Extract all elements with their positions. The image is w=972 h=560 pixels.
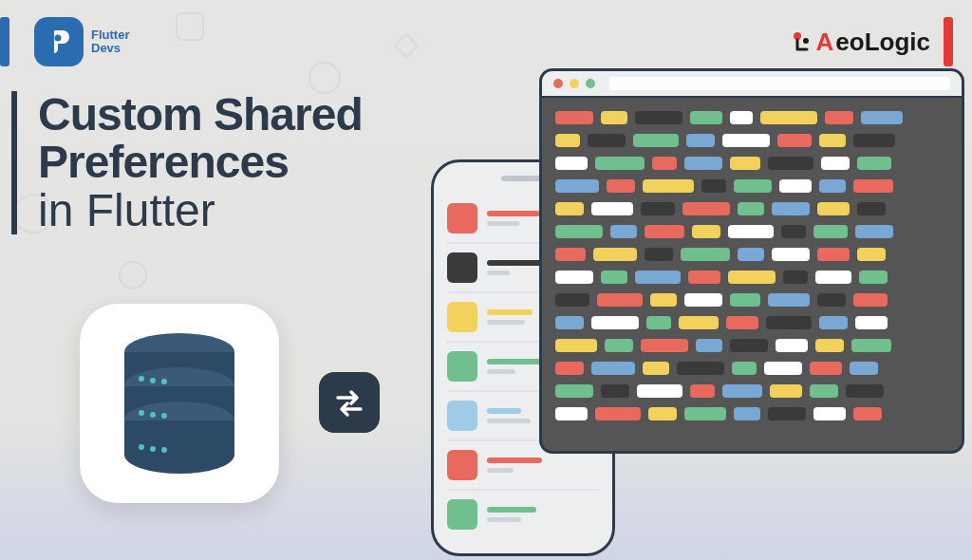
aeologic-text-dark: eoLogic: [835, 28, 930, 57]
svg-point-6: [803, 38, 809, 44]
item-color-swatch: [447, 203, 477, 233]
code-row: [555, 362, 948, 375]
code-row: [555, 111, 948, 124]
code-row: [555, 202, 948, 215]
database-icon: [113, 327, 246, 479]
title-line-1: Custom Shared: [38, 91, 363, 139]
logo-text-2: Devs: [91, 42, 129, 55]
svg-point-15: [150, 378, 156, 383]
svg-point-19: [161, 413, 167, 419]
monitor-titlebar: [542, 71, 962, 98]
window-dot-red: [553, 79, 563, 88]
svg-point-16: [161, 379, 167, 384]
database-card: [80, 304, 279, 503]
svg-point-18: [150, 412, 156, 418]
svg-point-3: [120, 262, 146, 289]
flutter-devs-icon: [34, 17, 84, 66]
item-color-swatch: [447, 351, 477, 382]
svg-point-14: [139, 376, 144, 382]
aeologic-icon: [788, 28, 814, 55]
svg-point-13: [124, 436, 234, 474]
code-row: [555, 407, 948, 420]
code-row: [555, 179, 948, 193]
code-row: [555, 271, 948, 284]
item-color-swatch: [447, 302, 477, 332]
flutter-devs-logo: Flutter Devs: [0, 17, 129, 66]
svg-point-4: [55, 35, 62, 42]
code-row: [555, 339, 948, 352]
title-block: Custom Shared Preferences in Flutter: [11, 91, 363, 234]
logo-stripe-right: [944, 17, 953, 66]
window-dot-yellow: [570, 79, 579, 88]
svg-point-22: [161, 447, 167, 453]
title-line-3: in Flutter: [38, 187, 363, 234]
code-area: [542, 98, 962, 434]
svg-point-17: [139, 410, 144, 416]
logo-text-1: Flutter: [91, 28, 129, 42]
code-row: [555, 316, 948, 329]
code-row: [555, 157, 948, 170]
item-color-swatch: [447, 252, 477, 283]
code-row: [555, 384, 948, 398]
logo-stripe: [0, 17, 9, 66]
title-line-2: Preferences: [38, 139, 363, 186]
flutter-devs-text: Flutter Devs: [91, 28, 129, 56]
item-color-swatch: [447, 450, 477, 480]
code-row: [555, 134, 948, 147]
window-dot-green: [586, 79, 595, 88]
item-color-swatch: [447, 499, 477, 530]
svg-point-21: [150, 446, 156, 452]
address-bar: [609, 77, 950, 90]
svg-point-20: [139, 444, 144, 450]
monitor-mockup: [539, 68, 964, 454]
code-row: [555, 293, 948, 307]
list-item: [447, 491, 599, 538]
code-row: [555, 225, 948, 238]
item-color-swatch: [447, 401, 477, 431]
aeologic-logo: AeoLogic: [788, 17, 953, 66]
code-row: [555, 248, 948, 261]
swap-arrows-icon: [319, 372, 380, 433]
header: Flutter Devs AeoLogic: [0, 0, 972, 66]
aeologic-text-red: A: [816, 28, 834, 57]
